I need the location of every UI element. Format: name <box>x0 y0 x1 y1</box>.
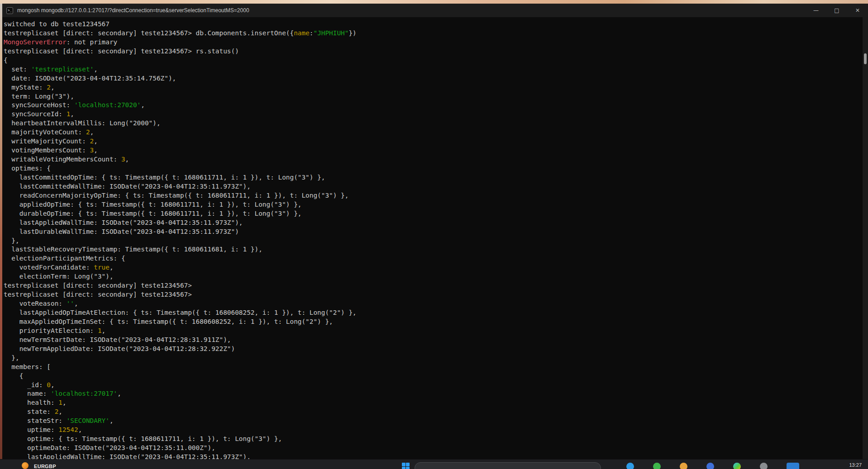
terminal-line: writableVotingMembersCount: 3, <box>4 155 862 164</box>
terminal-line: lastStableRecoveryTimestamp: Timestamp({… <box>4 245 862 254</box>
terminal-line: myState: 2, <box>4 83 862 92</box>
close-button[interactable]: ✕ <box>847 4 868 17</box>
terminal-line: switched to db teste1234567 <box>4 20 862 29</box>
terminal-line: durableOpTime: { ts: Timestamp({ t: 1680… <box>4 209 862 218</box>
terminal-line: MongoServerError: not primary <box>4 38 862 47</box>
terminal-line: newTermStartDate: ISODate("2023-04-04T12… <box>4 336 862 345</box>
terminal-line: _id: 0, <box>4 381 862 390</box>
terminal-line: electionTerm: Long("3"), <box>4 272 862 281</box>
taskbar-app-icon-blue[interactable] <box>626 463 634 469</box>
terminal-line: uptime: 12542, <box>4 426 862 435</box>
terminal-line: syncSourceHost: 'localhost:27020', <box>4 101 862 110</box>
terminal-line: }, <box>4 354 862 363</box>
terminal-line: lastCommittedWallTime: ISODate("2023-04-… <box>4 182 862 191</box>
terminal-line: voteReason: '', <box>4 299 862 308</box>
scrollbar-track[interactable] <box>863 17 868 459</box>
terminal-line: votedForCandidate: true, <box>4 263 862 272</box>
terminal-line: writeMajorityCount: 2, <box>4 137 862 146</box>
terminal-line: testreplicaset [direct: secondary] teste… <box>4 290 862 299</box>
terminal-output[interactable]: switched to db teste1234567testreplicase… <box>4 20 862 459</box>
terminal-line: syncSourceId: 1, <box>4 110 862 119</box>
windows-logo-icon <box>402 463 405 466</box>
terminal-line: lastCommittedOpTime: { ts: Timestamp({ t… <box>4 173 862 182</box>
terminal-line: testreplicaset [direct: secondary] teste… <box>4 47 862 56</box>
scrollbar-thumb[interactable] <box>864 53 867 64</box>
terminal-line: readConcernMajorityOpTime: { ts: Timesta… <box>4 191 862 200</box>
terminal-line: term: Long("3"), <box>4 92 862 101</box>
terminal-line: priorityAtElection: 1, <box>4 327 862 336</box>
window-title: mongosh mongodb://127.0.0.1:27017/?direc… <box>17 7 806 14</box>
window-titlebar[interactable]: >_ mongosh mongodb://127.0.0.1:27017/?di… <box>2 4 868 17</box>
maximize-button[interactable]: □ <box>826 4 847 17</box>
terminal-line: majorityVoteCount: 2, <box>4 128 862 137</box>
stock-widget-icon <box>22 462 29 469</box>
terminal-line: votingMembersCount: 3, <box>4 146 862 155</box>
terminal-line: testreplicaset [direct: secondary] teste… <box>4 281 862 290</box>
stock-ticker-label: EURGBP <box>34 464 56 469</box>
terminal-line: set: 'testreplicaset', <box>4 65 862 74</box>
taskbar: EURGBP 13:27 <box>0 459 868 469</box>
terminal-line: }, <box>4 237 862 246</box>
terminal-line: testreplicaset [direct: secondary] teste… <box>4 29 862 38</box>
terminal-line: newTermAppliedDate: ISODate("2023-04-04T… <box>4 345 862 354</box>
command-prompt-icon: >_ <box>6 7 13 14</box>
taskbar-edge-icon[interactable] <box>733 463 741 469</box>
start-button[interactable] <box>402 463 410 469</box>
taskbar-widgets-button[interactable]: EURGBP <box>22 462 56 469</box>
taskbar-app-icon-yellow[interactable] <box>680 463 687 469</box>
taskbar-app-icon-bluerect[interactable] <box>787 463 799 469</box>
terminal-line: electionParticipantMetrics: { <box>4 254 862 263</box>
minimize-button[interactable]: — <box>806 4 826 17</box>
taskbar-clock[interactable]: 13:27 <box>849 462 862 468</box>
taskbar-app-icons <box>626 463 799 469</box>
terminal-line: optimes: { <box>4 164 862 173</box>
terminal-line: optime: { ts: Timestamp({ t: 1680611711,… <box>4 435 862 444</box>
terminal-line: lastAppliedOpTimeAtElection: { ts: Times… <box>4 308 862 317</box>
taskbar-app-icon-green[interactable] <box>653 463 661 469</box>
terminal-line: lastAppliedWallTime: ISODate("2023-04-04… <box>4 453 862 459</box>
terminal-line: maxAppliedOpTimeInSet: { ts: Timestamp({… <box>4 317 862 327</box>
terminal-line: appliedOpTime: { ts: Timestamp({ t: 1680… <box>4 200 862 209</box>
terminal-line: optimeDate: ISODate("2023-04-04T12:35:11… <box>4 444 862 453</box>
taskbar-app-icon-gray[interactable] <box>760 463 768 469</box>
terminal-line: heartbeatIntervalMillis: Long("2000"), <box>4 119 862 128</box>
terminal-line: date: ISODate("2023-04-04T12:35:14.756Z"… <box>4 74 862 83</box>
terminal-line: { <box>4 372 862 381</box>
terminal-line: health: 1, <box>4 398 862 407</box>
terminal-line: lastDurableWallTime: ISODate("2023-04-04… <box>4 227 862 237</box>
terminal-line: members: [ <box>4 363 862 372</box>
terminal-line: { <box>4 56 862 65</box>
terminal-line: stateStr: 'SECONDARY', <box>4 417 862 426</box>
terminal-line: state: 2, <box>4 407 862 417</box>
terminal-line: name: 'localhost:27017', <box>4 389 862 398</box>
taskbar-app-icon-indigo[interactable] <box>706 463 714 469</box>
mongosh-terminal-window: >_ mongosh mongodb://127.0.0.1:27017/?di… <box>2 4 868 459</box>
taskbar-search-box[interactable] <box>415 462 601 469</box>
terminal-line: lastAppliedWallTime: ISODate("2023-04-04… <box>4 218 862 227</box>
desktop-wallpaper-strip-top <box>0 0 868 4</box>
